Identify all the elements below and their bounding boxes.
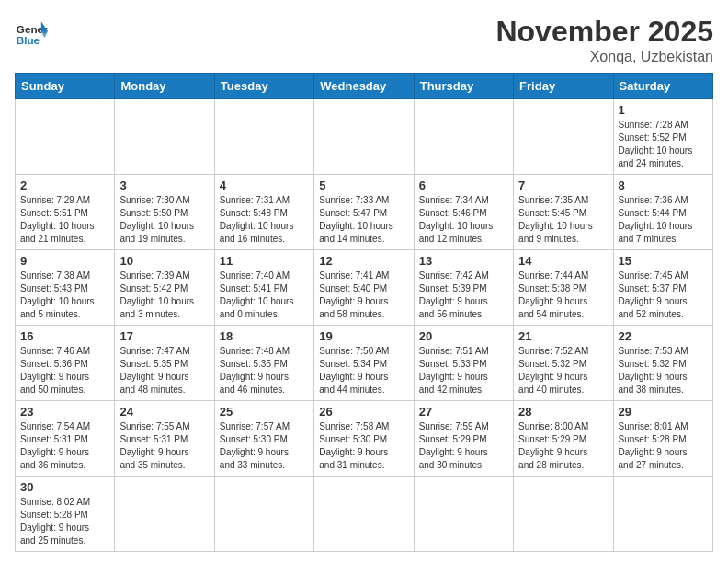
calendar-cell: 4Sunrise: 7:31 AM Sunset: 5:48 PM Daylig… (214, 175, 313, 250)
calendar-cell: 11Sunrise: 7:40 AM Sunset: 5:41 PM Dayli… (214, 250, 313, 326)
calendar-cell: 8Sunrise: 7:36 AM Sunset: 5:44 PM Daylig… (613, 175, 712, 250)
day-info: Sunrise: 7:54 AM Sunset: 5:31 PM Dayligh… (20, 420, 109, 472)
day-number: 30 (20, 480, 109, 494)
calendar-cell: 6Sunrise: 7:34 AM Sunset: 5:46 PM Daylig… (414, 175, 513, 250)
calendar-week-row: 23Sunrise: 7:54 AM Sunset: 5:31 PM Dayli… (16, 401, 713, 477)
day-number: 8 (619, 178, 708, 192)
day-info: Sunrise: 7:29 AM Sunset: 5:51 PM Dayligh… (20, 194, 109, 246)
calendar-week-row: 2Sunrise: 7:29 AM Sunset: 5:51 PM Daylig… (16, 175, 713, 250)
day-info: Sunrise: 7:40 AM Sunset: 5:41 PM Dayligh… (220, 270, 309, 321)
weekday-header-friday: Friday (514, 74, 613, 99)
day-number: 2 (20, 178, 109, 192)
day-number: 10 (119, 254, 209, 268)
day-info: Sunrise: 7:36 AM Sunset: 5:44 PM Dayligh… (619, 194, 708, 246)
calendar-cell: 23Sunrise: 7:54 AM Sunset: 5:31 PM Dayli… (16, 401, 115, 477)
calendar-cell (214, 477, 313, 552)
weekday-header-saturday: Saturday (613, 74, 712, 99)
day-info: Sunrise: 7:44 AM Sunset: 5:38 PM Dayligh… (518, 270, 608, 321)
svg-text:Blue: Blue (17, 34, 40, 46)
day-info: Sunrise: 7:59 AM Sunset: 5:29 PM Dayligh… (419, 420, 508, 472)
day-info: Sunrise: 7:51 AM Sunset: 5:33 PM Dayligh… (419, 345, 508, 396)
calendar-cell: 15Sunrise: 7:45 AM Sunset: 5:37 PM Dayli… (613, 250, 712, 326)
calendar-week-row: 30Sunrise: 8:02 AM Sunset: 5:28 PM Dayli… (16, 477, 713, 552)
weekday-header-thursday: Thursday (414, 74, 513, 99)
day-info: Sunrise: 7:45 AM Sunset: 5:37 PM Dayligh… (619, 270, 708, 321)
calendar-cell (214, 99, 313, 175)
calendar-cell: 14Sunrise: 7:44 AM Sunset: 5:38 PM Dayli… (514, 250, 613, 326)
logo-icon: General Blue (15, 15, 48, 48)
day-info: Sunrise: 7:58 AM Sunset: 5:30 PM Dayligh… (319, 420, 408, 472)
day-number: 25 (220, 405, 309, 419)
logo: General Blue (15, 15, 48, 48)
weekday-header-sunday: Sunday (16, 74, 115, 99)
day-number: 22 (619, 329, 708, 343)
day-number: 23 (20, 405, 109, 419)
day-info: Sunrise: 7:39 AM Sunset: 5:42 PM Dayligh… (119, 270, 209, 321)
day-number: 15 (619, 254, 708, 268)
day-info: Sunrise: 7:42 AM Sunset: 5:39 PM Dayligh… (419, 270, 508, 321)
day-number: 14 (518, 254, 608, 268)
calendar-cell (115, 99, 214, 175)
calendar-table: SundayMondayTuesdayWednesdayThursdayFrid… (15, 73, 713, 552)
calendar-cell: 25Sunrise: 7:57 AM Sunset: 5:30 PM Dayli… (214, 401, 313, 477)
calendar-cell: 3Sunrise: 7:30 AM Sunset: 5:50 PM Daylig… (115, 175, 214, 250)
calendar-cell: 13Sunrise: 7:42 AM Sunset: 5:39 PM Dayli… (414, 250, 513, 326)
calendar-cell: 5Sunrise: 7:33 AM Sunset: 5:47 PM Daylig… (314, 175, 414, 250)
calendar-cell (414, 477, 513, 552)
calendar-cell: 18Sunrise: 7:48 AM Sunset: 5:35 PM Dayli… (214, 326, 313, 401)
calendar-cell (613, 477, 712, 552)
calendar-cell (314, 99, 414, 175)
calendar-cell (514, 477, 613, 552)
day-info: Sunrise: 7:55 AM Sunset: 5:31 PM Dayligh… (119, 420, 209, 472)
day-number: 5 (319, 178, 408, 192)
day-number: 21 (518, 329, 608, 343)
day-info: Sunrise: 7:53 AM Sunset: 5:32 PM Dayligh… (619, 345, 708, 396)
page-header: General Blue November 2025 Xonqa, Uzbeki… (15, 15, 713, 65)
day-info: Sunrise: 7:48 AM Sunset: 5:35 PM Dayligh… (220, 345, 309, 396)
calendar-cell: 30Sunrise: 8:02 AM Sunset: 5:28 PM Dayli… (16, 477, 115, 552)
calendar-cell (16, 99, 115, 175)
calendar-cell (115, 477, 214, 552)
calendar-week-row: 16Sunrise: 7:46 AM Sunset: 5:36 PM Dayli… (16, 326, 713, 401)
day-info: Sunrise: 7:28 AM Sunset: 5:52 PM Dayligh… (619, 119, 708, 170)
day-number: 9 (20, 254, 109, 268)
day-number: 20 (419, 329, 508, 343)
day-info: Sunrise: 7:57 AM Sunset: 5:30 PM Dayligh… (220, 420, 309, 472)
location: Xonqa, Uzbekistan (495, 49, 713, 65)
calendar-cell: 29Sunrise: 8:01 AM Sunset: 5:28 PM Dayli… (613, 401, 712, 477)
day-info: Sunrise: 7:38 AM Sunset: 5:43 PM Dayligh… (20, 270, 109, 321)
calendar-cell: 28Sunrise: 8:00 AM Sunset: 5:29 PM Dayli… (514, 401, 613, 477)
day-info: Sunrise: 8:00 AM Sunset: 5:29 PM Dayligh… (518, 420, 608, 472)
day-info: Sunrise: 7:50 AM Sunset: 5:34 PM Dayligh… (319, 345, 408, 396)
day-number: 27 (419, 405, 508, 419)
calendar-cell: 22Sunrise: 7:53 AM Sunset: 5:32 PM Dayli… (613, 326, 712, 401)
title-block: November 2025 Xonqa, Uzbekistan (495, 15, 713, 65)
day-info: Sunrise: 7:52 AM Sunset: 5:32 PM Dayligh… (518, 345, 608, 396)
calendar-cell: 19Sunrise: 7:50 AM Sunset: 5:34 PM Dayli… (314, 326, 414, 401)
day-info: Sunrise: 7:35 AM Sunset: 5:45 PM Dayligh… (518, 194, 608, 246)
calendar-cell: 12Sunrise: 7:41 AM Sunset: 5:40 PM Dayli… (314, 250, 414, 326)
weekday-header-wednesday: Wednesday (314, 74, 414, 99)
calendar-cell: 27Sunrise: 7:59 AM Sunset: 5:29 PM Dayli… (414, 401, 513, 477)
day-number: 6 (419, 178, 508, 192)
day-info: Sunrise: 7:33 AM Sunset: 5:47 PM Dayligh… (319, 194, 408, 246)
calendar-cell (414, 99, 513, 175)
calendar-cell: 20Sunrise: 7:51 AM Sunset: 5:33 PM Dayli… (414, 326, 513, 401)
calendar-cell: 24Sunrise: 7:55 AM Sunset: 5:31 PM Dayli… (115, 401, 214, 477)
day-info: Sunrise: 7:46 AM Sunset: 5:36 PM Dayligh… (20, 345, 109, 396)
calendar-cell: 21Sunrise: 7:52 AM Sunset: 5:32 PM Dayli… (514, 326, 613, 401)
day-number: 7 (518, 178, 608, 192)
day-number: 1 (619, 103, 708, 117)
day-number: 26 (319, 405, 408, 419)
day-info: Sunrise: 8:02 AM Sunset: 5:28 PM Dayligh… (20, 496, 109, 547)
calendar-cell (514, 99, 613, 175)
calendar-cell: 2Sunrise: 7:29 AM Sunset: 5:51 PM Daylig… (16, 175, 115, 250)
calendar-week-row: 1Sunrise: 7:28 AM Sunset: 5:52 PM Daylig… (16, 99, 713, 175)
day-number: 18 (220, 329, 309, 343)
calendar-cell: 17Sunrise: 7:47 AM Sunset: 5:35 PM Dayli… (115, 326, 214, 401)
day-number: 3 (119, 178, 209, 192)
calendar-cell: 9Sunrise: 7:38 AM Sunset: 5:43 PM Daylig… (16, 250, 115, 326)
day-info: Sunrise: 7:34 AM Sunset: 5:46 PM Dayligh… (419, 194, 508, 246)
day-info: Sunrise: 7:30 AM Sunset: 5:50 PM Dayligh… (119, 194, 209, 246)
calendar-cell: 26Sunrise: 7:58 AM Sunset: 5:30 PM Dayli… (314, 401, 414, 477)
